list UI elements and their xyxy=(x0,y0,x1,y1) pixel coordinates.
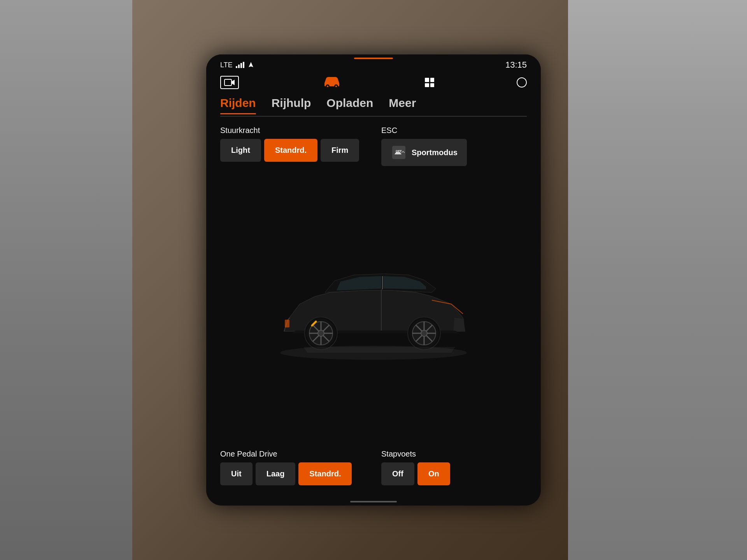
left-interior-panel xyxy=(0,0,132,560)
one-pedal-standrd-button[interactable]: Standrd. xyxy=(298,462,352,485)
tab-navigation: Rijden Rijhulp Opladen Meer xyxy=(206,90,541,113)
stuurkracht-standrd-button[interactable]: Standrd. xyxy=(264,139,317,162)
one-pedal-buttons: Uit Laag Standrd. xyxy=(220,462,366,485)
stuurkracht-label: Stuurkracht xyxy=(220,126,366,135)
signal-bars-icon xyxy=(236,62,244,68)
stuurkracht-esc-row: Stuurkracht Light Standrd. Firm ESC xyxy=(220,126,527,166)
grid-icon[interactable] xyxy=(425,78,434,87)
stuurkracht-light-button[interactable]: Light xyxy=(220,139,261,162)
one-pedal-uit-button[interactable]: Uit xyxy=(220,462,253,485)
svg-point-5 xyxy=(335,86,337,87)
car-side-profile-svg xyxy=(253,254,494,362)
status-left: LTE xyxy=(220,61,254,69)
car-visualization-area xyxy=(220,175,527,440)
clock: 13:15 xyxy=(505,60,527,70)
bottom-controls: One Pedal Drive Uit Laag Standrd. Stapvo… xyxy=(206,450,541,495)
stapvoets-label: Stapvoets xyxy=(381,450,527,458)
esc-stability-icon: OFF xyxy=(391,144,407,161)
one-pedal-laag-button[interactable]: Laag xyxy=(256,462,296,485)
car-svg-icon xyxy=(321,75,342,89)
one-pedal-label: One Pedal Drive xyxy=(220,450,366,458)
esc-sportmodus-button[interactable]: OFF Sportmodus xyxy=(381,139,467,166)
tab-rijden[interactable]: Rijden xyxy=(220,96,256,113)
outer-background: LTE 13:15 xyxy=(0,0,747,560)
esc-sportmodus-label: Sportmodus xyxy=(412,148,458,157)
svg-point-19 xyxy=(318,330,324,336)
video-icon[interactable] xyxy=(220,76,239,89)
stuurkracht-buttons: Light Standrd. Firm xyxy=(220,139,366,162)
home-indicator xyxy=(350,501,397,502)
tab-opladen[interactable]: Opladen xyxy=(326,96,373,113)
svg-marker-1 xyxy=(232,80,235,85)
infotainment-screen: LTE 13:15 xyxy=(206,54,541,506)
esc-section: ESC OFF xyxy=(381,126,527,166)
navigation-arrow-icon xyxy=(247,61,254,68)
top-indicator xyxy=(354,58,393,59)
tab-meer[interactable]: Meer xyxy=(389,96,416,113)
stuurkracht-section: Stuurkracht Light Standrd. Firm xyxy=(220,126,366,162)
tab-rijhulp[interactable]: Rijhulp xyxy=(272,96,311,113)
camera-svg-icon xyxy=(224,78,235,87)
top-icons-row xyxy=(206,73,541,90)
profile-circle-icon[interactable] xyxy=(517,77,527,88)
stapvoets-on-button[interactable]: On xyxy=(417,462,450,485)
lte-label: LTE xyxy=(220,61,233,69)
svg-rect-11 xyxy=(285,320,289,327)
svg-point-27 xyxy=(421,330,427,336)
main-content: Stuurkracht Light Standrd. Firm ESC xyxy=(206,117,541,450)
esc-svg-icon: OFF xyxy=(391,145,406,160)
svg-point-4 xyxy=(327,86,328,87)
stapvoets-buttons: Off On xyxy=(381,462,527,485)
svg-rect-0 xyxy=(224,79,231,86)
one-pedal-section: One Pedal Drive Uit Laag Standrd. xyxy=(220,450,366,485)
screen-content: LTE 13:15 xyxy=(206,54,541,506)
esc-label: ESC xyxy=(381,126,527,135)
car-nav-icon[interactable] xyxy=(321,75,342,90)
stapvoets-section: Stapvoets Off On xyxy=(381,450,527,485)
stapvoets-off-button[interactable]: Off xyxy=(381,462,414,485)
stuurkracht-firm-button[interactable]: Firm xyxy=(321,139,359,162)
right-interior-panel xyxy=(568,0,747,560)
